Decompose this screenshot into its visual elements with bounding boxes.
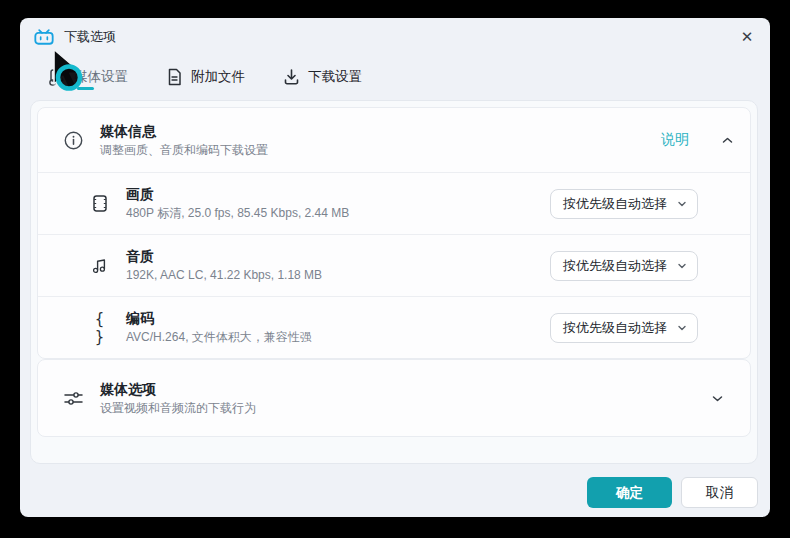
- codec-select[interactable]: 按优先级自动选择: [550, 313, 698, 343]
- window-title: 下载选项: [64, 28, 116, 46]
- active-tab-indicator: [77, 87, 94, 90]
- settings-panel: 媒体信息 调整画质、音质和编码下载设置 说明: [30, 100, 758, 464]
- audio-quality-row: 音质 192K, AAC LC, 41.22 Kbps, 1.18 MB 按优先…: [38, 235, 750, 296]
- help-link[interactable]: 说明: [661, 131, 689, 149]
- info-icon: [62, 130, 84, 151]
- confirm-button[interactable]: 确定: [587, 477, 672, 508]
- document-icon: [166, 68, 183, 86]
- bilibili-tv-icon: [34, 29, 54, 45]
- section-title: 媒体信息: [100, 123, 268, 140]
- row-subtitle: 192K, AAC LC, 41.22 Kbps, 1.18 MB: [126, 268, 322, 283]
- video-quality-select[interactable]: 按优先级自动选择: [550, 189, 698, 219]
- download-options-dialog: 下载选项 ✕ 媒体设置 附加文件: [20, 18, 770, 517]
- video-quality-row: 画质 480P 标清, 25.0 fps, 85.45 Kbps, 2.44 M…: [38, 173, 750, 234]
- select-value: 按优先级自动选择: [563, 195, 667, 213]
- braces-icon: { }: [90, 310, 110, 346]
- section-subtitle: 调整画质、音质和编码下载设置: [100, 143, 268, 158]
- titlebar: 下载选项: [34, 26, 116, 48]
- row-subtitle: AVC/H.264, 文件体积大，兼容性强: [126, 330, 312, 345]
- tab-label: 媒体设置: [74, 68, 128, 86]
- chevron-down-icon: [677, 199, 687, 209]
- cancel-button[interactable]: 取消: [681, 477, 758, 508]
- tab-download-settings[interactable]: 下载设置: [283, 68, 362, 86]
- chevron-up-icon[interactable]: [721, 134, 734, 147]
- row-title: 画质: [126, 186, 349, 203]
- row-subtitle: 480P 标清, 25.0 fps, 85.45 Kbps, 2.44 MB: [126, 206, 349, 221]
- tab-label: 附加文件: [191, 68, 245, 86]
- download-icon: [283, 68, 300, 86]
- media-info-card: 媒体信息 调整画质、音质和编码下载设置 说明: [37, 107, 751, 359]
- row-title: 编码: [126, 310, 312, 327]
- row-title: 音质: [126, 248, 322, 265]
- media-info-header: 媒体信息 调整画质、音质和编码下载设置 说明: [38, 108, 750, 172]
- tab-bar: 媒体设置 附加文件 下载设置: [48, 60, 362, 94]
- media-settings-tab-icon: [48, 68, 66, 86]
- media-options-card[interactable]: 媒体选项 设置视频和音频流的下载行为: [37, 359, 751, 437]
- tab-label: 下载设置: [308, 68, 362, 86]
- chevron-down-icon: [677, 323, 687, 333]
- codec-row: { } 编码 AVC/H.264, 文件体积大，兼容性强 按优先级自动选择: [38, 297, 750, 358]
- tab-extra-files[interactable]: 附加文件: [166, 68, 245, 86]
- close-button[interactable]: ✕: [732, 24, 762, 50]
- sliders-icon: [62, 389, 84, 408]
- film-icon: [90, 194, 110, 213]
- tab-media-settings[interactable]: 媒体设置: [48, 68, 128, 86]
- select-value: 按优先级自动选择: [563, 319, 667, 337]
- audio-quality-select[interactable]: 按优先级自动选择: [550, 251, 698, 281]
- section-title: 媒体选项: [100, 381, 256, 398]
- section-subtitle: 设置视频和音频流的下载行为: [100, 401, 256, 416]
- select-value: 按优先级自动选择: [563, 257, 667, 275]
- music-note-icon: [90, 256, 110, 275]
- chevron-down-icon[interactable]: [711, 392, 724, 405]
- chevron-down-icon: [677, 261, 687, 271]
